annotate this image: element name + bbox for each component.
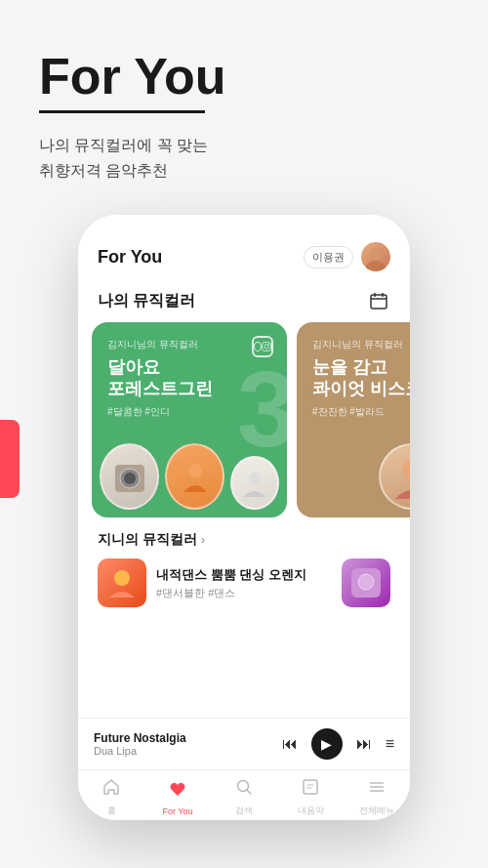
phone-header: For You 이용권 — [78, 215, 410, 281]
tan-card-label: 김지니님의 뮤직컬러 — [312, 338, 410, 351]
home-icon — [102, 777, 121, 802]
nav-item-search[interactable]: 검색 — [211, 773, 277, 817]
svg-point-11 — [124, 473, 136, 484]
section-title: 나의 뮤직컬러 — [98, 291, 195, 311]
next-button[interactable]: ⏭ — [356, 735, 372, 753]
nav-item-foryou[interactable]: For You — [144, 775, 211, 816]
green-card-label: 김지니님의 뮤직컬러 — [107, 338, 271, 351]
cards-row: 김지니님의 뮤직컬러 달아요 포레스트그린 #달콤한 #인디 — [78, 322, 410, 517]
subtitle: 나의 뮤직컬러에 꼭 맞는 취향저격 음악추천 — [39, 133, 449, 183]
title-underline — [39, 110, 205, 113]
nav-label-home: 홈 — [107, 805, 116, 817]
nav-label-foryou: For You — [162, 806, 192, 816]
phone-wrapper: For You 이용권 나의 뮤직컬러 — [78, 215, 410, 820]
play-button[interactable]: ▶ — [311, 728, 343, 760]
user-badge[interactable]: 이용권 — [304, 246, 353, 269]
green-card-tags: #달콤한 #인디 — [107, 405, 271, 419]
foryou-icon — [168, 779, 187, 804]
card-image-1 — [100, 443, 159, 510]
main-title: For You — [39, 49, 449, 104]
calendar-icon[interactable] — [367, 289, 390, 312]
genie-tags: #댄서블한 #댄스 — [156, 586, 332, 600]
top-section: For You 나의 뮤직컬러에 꼭 맞는 취향저격 음악추천 — [0, 0, 488, 202]
red-strip — [0, 420, 20, 498]
phone-header-right: 이용권 — [304, 242, 390, 271]
genie-info: 내적댄스 뿜뿜 댄싱 오렌지 #댄서블한 #댄스 — [156, 566, 332, 600]
now-playing-bar[interactable]: Future Nostalgia Dua Lipa ⏮ ▶ ⏭ ≡ — [78, 718, 410, 769]
svg-point-12 — [188, 464, 202, 477]
genie-title-row: 지니의 뮤직컬러 › — [98, 531, 390, 549]
instagram-icon — [252, 336, 273, 357]
np-title: Future Nostalgia — [94, 731, 272, 745]
np-artist: Dua Lipa — [94, 745, 272, 757]
svg-point-7 — [264, 345, 268, 349]
playlist-button[interactable]: ≡ — [386, 735, 394, 753]
nav-item-mymusic[interactable]: 내음악 — [277, 773, 344, 817]
svg-point-17 — [358, 574, 374, 590]
tan-music-card[interactable]: 김지니님의 뮤직컬러 눈을 감고 콰이엇 비스코 #잔잔한 #발라드 — [297, 322, 410, 517]
genie-item: 내적댄스 뿜뿜 댄싱 오렌지 #댄서블한 #댄스 — [98, 558, 390, 607]
card-image-3 — [230, 456, 279, 510]
genie-arrow: › — [201, 533, 205, 547]
tan-card-title: 눈을 감고 콰이엇 비스코 — [312, 357, 410, 399]
np-controls: ⏮ ▶ ⏭ ≡ — [282, 728, 394, 760]
svg-point-8 — [268, 344, 269, 345]
tan-card-tags: #잔잔한 #발라드 — [312, 405, 410, 419]
subtitle-line2: 취향저격 음악추천 — [39, 162, 168, 179]
phone-inner: For You 이용권 나의 뮤직컬러 — [78, 215, 410, 820]
nav-label-mymusic: 내음악 — [298, 805, 324, 817]
svg-point-1 — [366, 261, 386, 271]
svg-point-13 — [249, 473, 261, 484]
section-title-row: 나의 뮤직컬러 — [78, 281, 410, 322]
genie-thumb-1 — [98, 558, 146, 607]
green-card-title: 달아요 포레스트그린 — [107, 357, 271, 399]
np-song-info: Future Nostalgia Dua Lipa — [94, 731, 272, 757]
subtitle-line1: 나의 뮤직컬러에 꼭 맞는 — [39, 137, 208, 153]
prev-button[interactable]: ⏮ — [282, 735, 298, 753]
tan-card-image — [379, 443, 410, 510]
avatar[interactable] — [361, 242, 390, 271]
genie-title: 지니의 뮤직컬러 — [98, 531, 197, 549]
search-icon — [234, 777, 254, 802]
nav-label-menu: 전체메뉴 — [359, 805, 394, 817]
genie-thumb-2 — [342, 558, 390, 607]
green-music-card[interactable]: 김지니님의 뮤직컬러 달아요 포레스트그린 #달콤한 #인디 — [92, 322, 287, 517]
svg-point-14 — [402, 460, 411, 479]
nav-item-menu[interactable]: 전체메뉴 — [344, 773, 410, 817]
svg-point-0 — [370, 248, 382, 260]
genie-section: 지니의 뮤직컬러 › 내적댄스 뿜뿜 댄싱 오렌지 #댄서블한 #댄스 — [78, 517, 410, 615]
phone-body: For You 이용권 나의 뮤직컬러 — [78, 215, 410, 820]
card-image-2 — [165, 443, 224, 510]
card-images-tan — [297, 430, 410, 517]
bottom-nav: 홈 For You — [78, 769, 410, 820]
menu-icon — [367, 777, 386, 802]
svg-rect-20 — [304, 780, 317, 794]
phone-header-title: For You — [98, 247, 162, 268]
svg-line-19 — [247, 790, 251, 794]
svg-rect-6 — [263, 343, 271, 351]
mymusic-icon — [301, 777, 320, 802]
svg-rect-2 — [371, 295, 386, 309]
nav-label-search: 검색 — [235, 805, 253, 817]
nav-item-home[interactable]: 홈 — [78, 773, 144, 817]
svg-point-15 — [114, 570, 130, 586]
genie-song-title: 내적댄스 뿜뿜 댄싱 오렌지 — [156, 566, 332, 584]
card-images-green — [92, 430, 287, 517]
